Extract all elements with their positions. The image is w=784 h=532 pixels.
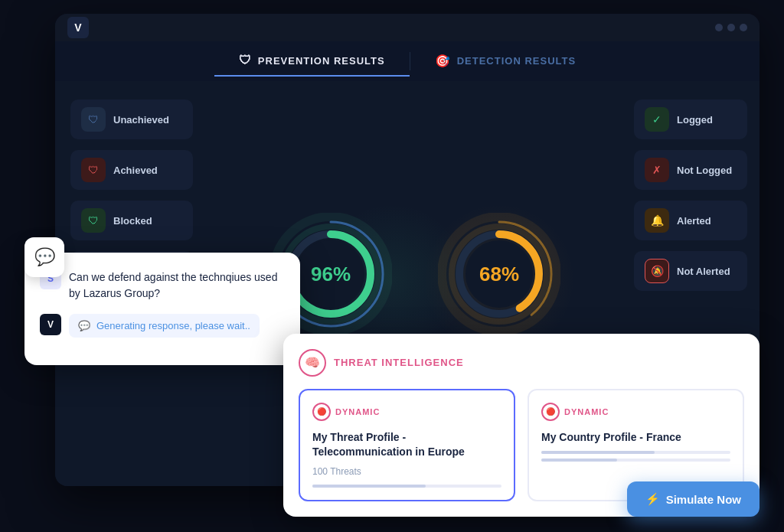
not-alerted-label: Not Alerted bbox=[677, 266, 730, 277]
tab-prevention[interactable]: 🛡 PREVENTION RESULTS bbox=[214, 46, 410, 77]
threat-card-1-bar bbox=[541, 451, 730, 454]
chat-toggle-icon: 💬 bbox=[34, 247, 55, 267]
chat-user-message: S Can we defend against the technqiues u… bbox=[40, 268, 285, 302]
window-dot-1 bbox=[715, 24, 723, 31]
chat-ai-message: V 💬 Generating response, please wait.. bbox=[40, 314, 285, 338]
response-text: Generating response, please wait.. bbox=[96, 320, 250, 331]
unachieved-icon: 🛡 bbox=[81, 107, 106, 132]
alerted-label: Alerted bbox=[677, 215, 711, 227]
ai-avatar: V bbox=[40, 314, 61, 335]
tag-icon-1: 🔴 bbox=[541, 403, 560, 421]
simulate-label: Simulate Now bbox=[666, 493, 741, 506]
not-logged-label: Not Logged bbox=[677, 165, 732, 176]
tag-label-0: DYNAMIC bbox=[335, 407, 380, 416]
legend-not-alerted[interactable]: 🔕 Not Alerted bbox=[634, 251, 747, 291]
detection-tab-icon: 🎯 bbox=[435, 54, 451, 68]
tab-detection-label: DETECTION RESULTS bbox=[457, 55, 576, 67]
unachieved-label: Unachieved bbox=[113, 114, 169, 126]
achieved-icon: 🛡 bbox=[81, 158, 106, 182]
window-dot-3 bbox=[740, 24, 747, 31]
legend-unachieved[interactable]: 🛡 Unachieved bbox=[70, 100, 193, 139]
legend-not-logged[interactable]: ✗ Not Logged bbox=[634, 150, 747, 190]
logged-icon: ✓ bbox=[645, 107, 669, 132]
threat-card-1-bar2-fill bbox=[541, 459, 617, 462]
legend-alerted[interactable]: 🔔 Alerted bbox=[634, 201, 747, 240]
threat-card-1-bar2 bbox=[541, 459, 730, 462]
user-message-text: Can we defend against the technqiues use… bbox=[69, 268, 285, 302]
response-icon: 💬 bbox=[78, 320, 90, 331]
window-chrome: V bbox=[55, 14, 760, 41]
chat-bubble: 💬 S Can we defend against the technqiues… bbox=[24, 253, 300, 365]
legend-blocked[interactable]: 🛡 Blocked bbox=[70, 201, 193, 240]
prevention-tab-icon: 🛡 bbox=[239, 54, 252, 67]
detection-value: 68% bbox=[479, 262, 519, 286]
blocked-label: Blocked bbox=[113, 215, 152, 227]
not-logged-icon: ✗ bbox=[645, 158, 669, 182]
tab-detection[interactable]: 🎯 DETECTION RESULTS bbox=[410, 46, 600, 77]
window-dot-2 bbox=[727, 24, 735, 31]
detection-gauge: 68% bbox=[438, 213, 560, 335]
blocked-icon: 🛡 bbox=[81, 208, 106, 233]
tab-prevention-label: PREVENTION RESULTS bbox=[258, 55, 385, 67]
alerted-icon: 🔔 bbox=[645, 208, 669, 233]
legend-logged[interactable]: ✓ Logged bbox=[634, 100, 747, 139]
threat-intel-icon: 🧠 bbox=[299, 349, 326, 377]
achieved-label: Achieved bbox=[113, 165, 158, 176]
threat-card-1-title: My Country Profile - France bbox=[541, 430, 730, 446]
legend-achieved[interactable]: 🛡 Achieved bbox=[70, 150, 193, 190]
threat-card-0[interactable]: 🔴 DYNAMIC My Threat Profile - Telecommun… bbox=[299, 389, 515, 501]
threat-card-0-subtitle: 100 Threats bbox=[312, 466, 501, 477]
simulate-now-button[interactable]: ⚡ Simulate Now bbox=[627, 481, 760, 517]
threat-card-0-title: My Threat Profile - Telecommunication in… bbox=[312, 430, 501, 460]
gauges-row: 96% bbox=[270, 213, 560, 335]
prevention-value: 96% bbox=[311, 262, 351, 286]
simulate-icon: ⚡ bbox=[645, 492, 660, 506]
threat-card-0-bar-fill bbox=[312, 485, 426, 488]
threat-intel-title: THREAT INTELLIGENCE bbox=[334, 357, 464, 368]
not-alerted-icon: 🔕 bbox=[645, 259, 669, 283]
ai-response: 💬 Generating response, please wait.. bbox=[69, 314, 260, 338]
threat-intel-header: 🧠 THREAT INTELLIGENCE bbox=[299, 349, 744, 377]
threat-card-0-bar bbox=[312, 485, 501, 488]
window-controls bbox=[715, 24, 747, 31]
tag-label-1: DYNAMIC bbox=[564, 407, 609, 416]
logged-label: Logged bbox=[677, 114, 713, 126]
chat-toggle-button[interactable]: 💬 bbox=[24, 237, 64, 277]
threat-card-0-tag: 🔴 DYNAMIC bbox=[312, 403, 501, 421]
threat-card-1-bar-fill bbox=[541, 451, 655, 454]
tag-icon-0: 🔴 bbox=[312, 403, 331, 421]
threat-card-1-tag: 🔴 DYNAMIC bbox=[541, 403, 730, 421]
app-logo: V bbox=[67, 17, 89, 38]
tab-bar: 🛡 PREVENTION RESULTS 🎯 DETECTION RESULTS bbox=[55, 41, 760, 81]
